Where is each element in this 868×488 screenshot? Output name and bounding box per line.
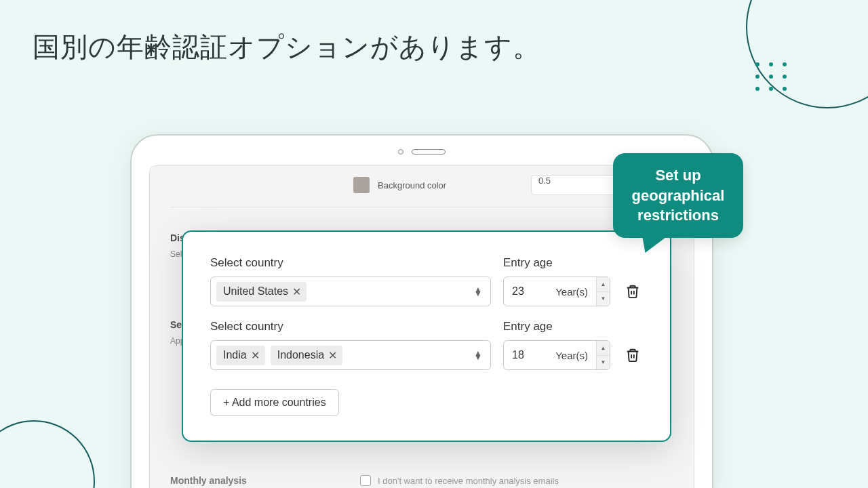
country-chip: Indonesia ✕ — [271, 346, 342, 365]
country-select[interactable]: India ✕ Indonesia ✕ ▲▼ — [210, 340, 491, 370]
device-notch — [398, 149, 446, 155]
chip-label: Indonesia — [277, 349, 324, 361]
add-more-countries-button[interactable]: + Add more countries — [210, 389, 339, 416]
entry-age-label: Entry age — [503, 320, 610, 333]
country-chip: United States ✕ — [216, 282, 307, 302]
age-stepper: ▲ ▼ — [596, 341, 610, 369]
entry-age-input[interactable]: 23 Year(s) ▲ ▼ — [503, 277, 610, 306]
age-unit: Year(s) — [555, 286, 588, 298]
trash-icon — [625, 284, 640, 299]
geo-restrictions-modal: Select country United States ✕ ▲▼ Entry … — [182, 230, 671, 442]
delete-row-button[interactable] — [623, 340, 643, 370]
trash-icon — [625, 348, 640, 363]
country-chip: India ✕ — [216, 346, 265, 365]
age-value: 23 — [512, 285, 524, 298]
delete-row-button[interactable] — [623, 277, 643, 306]
page-title: 国別の年齢認証オプションがあります。 — [33, 28, 540, 66]
divider — [170, 207, 673, 207]
age-increment-button[interactable]: ▲ — [597, 277, 610, 292]
country-age-row: Select country India ✕ Indonesia ✕ ▲▼ En… — [210, 320, 643, 370]
age-unit: Year(s) — [555, 350, 588, 361]
decorative-dots — [755, 62, 788, 91]
monthly-analysis-row: Monthly analysis I don't want to receive… — [170, 467, 673, 488]
color-swatch[interactable] — [353, 177, 370, 193]
country-age-row: Select country United States ✕ ▲▼ Entry … — [210, 256, 643, 306]
entry-age-input[interactable]: 18 Year(s) ▲ ▼ — [503, 340, 610, 370]
age-decrement-button[interactable]: ▼ — [597, 292, 610, 306]
background-color-label: Background color — [378, 180, 523, 190]
age-increment-button[interactable]: ▲ — [597, 341, 610, 356]
monthly-label: Monthly analysis — [170, 475, 360, 486]
entry-age-label: Entry age — [503, 256, 610, 270]
country-select[interactable]: United States ✕ ▲▼ — [210, 277, 491, 306]
remove-chip-icon[interactable]: ✕ — [328, 349, 337, 362]
chevron-sort-icon: ▲▼ — [474, 351, 482, 359]
select-country-label: Select country — [210, 320, 491, 333]
age-value: 18 — [512, 349, 524, 361]
monthly-checkbox[interactable] — [360, 475, 371, 486]
monthly-text: I don't want to receive monthly analysis… — [378, 476, 559, 486]
age-stepper: ▲ ▼ — [596, 277, 610, 306]
decorative-circle — [0, 420, 95, 488]
age-decrement-button[interactable]: ▼ — [597, 356, 610, 370]
select-country-label: Select country — [210, 256, 491, 270]
remove-chip-icon[interactable]: ✕ — [292, 285, 301, 298]
decorative-circle — [746, 0, 868, 108]
callout-bubble: Set up geographical restrictions — [613, 153, 743, 238]
chevron-sort-icon: ▲▼ — [474, 287, 482, 296]
remove-chip-icon[interactable]: ✕ — [251, 349, 260, 362]
chip-label: United States — [223, 285, 288, 298]
chip-label: India — [223, 349, 247, 361]
